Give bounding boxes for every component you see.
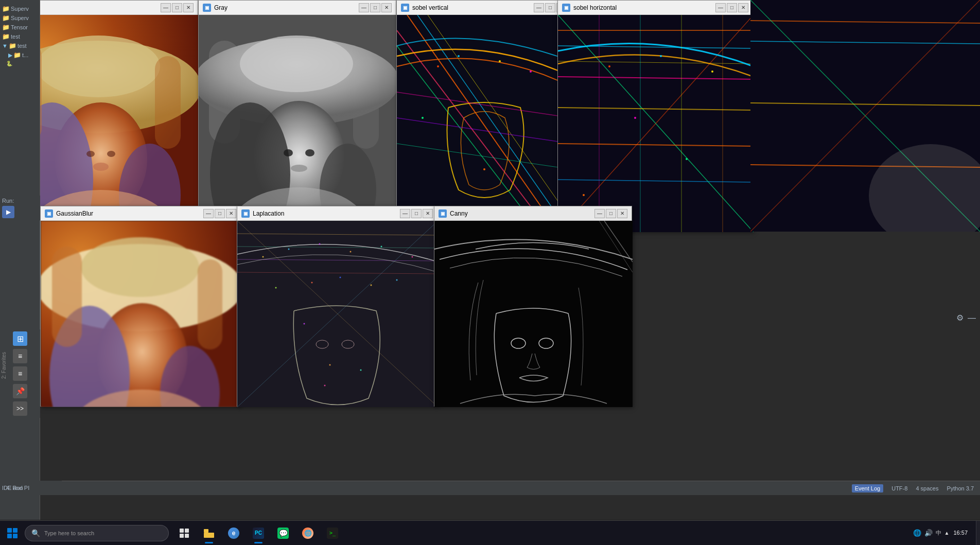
minimize-button-canny[interactable]: — [594, 209, 605, 218]
settings-minus-icon[interactable]: — [968, 313, 976, 323]
pin-btn[interactable]: 📌 [13, 384, 27, 398]
social-button[interactable]: 🌐 [296, 522, 319, 544]
language-icon[interactable]: 中 [936, 529, 941, 537]
taskbar-clock[interactable]: 16:57 [953, 529, 976, 537]
maximize-button-gray[interactable]: □ [370, 3, 380, 12]
titlebar-gray[interactable]: ▣ Gray — □ ✕ [199, 1, 396, 15]
dark-right-area [750, 0, 980, 232]
maximize-button-gaussian[interactable]: □ [215, 209, 225, 218]
close-button-canny[interactable]: ✕ [617, 209, 627, 218]
close-button-laplacation[interactable]: ✕ [423, 209, 433, 218]
network-icon[interactable]: 🌐 [913, 529, 921, 537]
svg-point-38 [483, 168, 485, 170]
svg-rect-67 [198, 259, 222, 349]
window-gaussianblur: ▣ GaussianBlur — □ ✕ [40, 206, 241, 407]
folder-label-1: Superv [11, 6, 29, 12]
svg-point-85 [311, 282, 313, 284]
favorites-btn-3[interactable]: ≡ [13, 366, 27, 381]
settings-area: ⚙ — [956, 313, 976, 323]
close-button-original[interactable]: ✕ [183, 3, 194, 12]
svg-rect-110 [204, 529, 208, 533]
svg-point-89 [304, 323, 305, 325]
window-title-gaussian: GaussianBlur [56, 210, 200, 217]
titlebar-sobel-h[interactable]: ▣ sobel horizontal — □ ✕ [558, 1, 752, 15]
folder-item-sub[interactable]: ▶ 📁 t... [2, 50, 38, 60]
minimize-button-gaussian[interactable]: — [203, 209, 214, 218]
minimize-button-sobel-v[interactable]: — [534, 3, 544, 12]
window-title-sobel-v: sobel vertical [412, 4, 531, 11]
window-controls-gray: — □ ✕ [359, 3, 392, 12]
start-button[interactable] [0, 521, 25, 546]
search-icon: 🔍 [31, 529, 40, 537]
more-btn[interactable]: >> [13, 401, 27, 416]
folder-icon-sub: 📁 [13, 51, 21, 59]
svg-point-80 [319, 243, 321, 245]
folder-item-5[interactable]: ▼ 📁 test [2, 41, 38, 50]
svg-point-88 [396, 279, 398, 281]
taskbar-search-bar[interactable]: 🔍 Type here to search [25, 525, 169, 541]
terminal-button[interactable]: >_ [321, 522, 344, 544]
svg-point-81 [350, 251, 352, 253]
maximize-button-sobel-v[interactable]: □ [545, 3, 555, 12]
folder-icon-5: 📁 [9, 42, 16, 49]
folder-item-2[interactable]: 📁 Superv [2, 13, 38, 23]
favorites-btn-2[interactable]: ≡ [13, 349, 27, 363]
svg-point-37 [422, 117, 424, 119]
close-button-gray[interactable]: ✕ [381, 3, 392, 12]
close-button-gaussian[interactable]: ✕ [226, 209, 236, 218]
titlebar-gaussianblur[interactable]: ▣ GaussianBlur — □ ✕ [41, 206, 240, 221]
svg-point-84 [275, 287, 277, 289]
volume-icon[interactable]: 🔊 [924, 529, 933, 537]
browser-button[interactable]: e [222, 522, 245, 544]
favorites-side-label[interactable]: 2: Favorites [0, 350, 8, 381]
minimize-button-gray[interactable]: — [359, 3, 369, 12]
close-button-sobel-h[interactable]: ✕ [738, 3, 748, 12]
window-icon-gaussian: ▣ [45, 209, 53, 218]
maximize-button-canny[interactable]: □ [606, 209, 616, 218]
encoding-label: UTF-8 [891, 485, 907, 491]
svg-rect-106 [180, 529, 184, 533]
settings-gear-icon[interactable]: ⚙ [956, 313, 964, 323]
window-canny: ▣ Canny — □ ✕ [434, 206, 632, 407]
window-icon-sobel-v: ▣ [401, 4, 409, 12]
file-item-1[interactable]: 🐍 [2, 60, 38, 67]
run-play-button[interactable]: ▶ [2, 206, 14, 218]
window-controls-sobel-h: — □ ✕ [715, 3, 748, 12]
titlebar-canny[interactable]: ▣ Canny — □ ✕ [434, 206, 632, 221]
minimize-button-laplacation[interactable]: — [400, 209, 410, 218]
tray-expand-icon[interactable]: ▲ [944, 530, 950, 536]
image-laplacation [237, 221, 438, 407]
minimize-button-original[interactable]: — [161, 3, 171, 12]
titlebar-laplacation[interactable]: ▣ Laplacation — □ ✕ [237, 206, 437, 221]
window-controls-canny: — □ ✕ [594, 209, 627, 218]
taskview-button[interactable] [173, 522, 196, 544]
minimize-button-sobel-h[interactable]: — [715, 3, 726, 12]
explorer-button[interactable] [198, 522, 220, 544]
window-controls-gaussian: — □ ✕ [203, 209, 236, 218]
favorites-btn-1[interactable]: ⊞ [13, 331, 27, 346]
window-icon-canny: ▣ [439, 209, 447, 218]
chat-button[interactable]: 💬 [272, 522, 294, 544]
svg-point-90 [329, 364, 331, 366]
folder-item-1[interactable]: 📁 Superv [2, 4, 38, 13]
titlebar-sobel-vertical[interactable]: ▣ sobel vertical — □ ✕ [397, 1, 571, 15]
svg-point-22 [305, 149, 314, 156]
svg-point-16 [240, 36, 353, 92]
show-desktop-button[interactable] [976, 521, 980, 546]
svg-point-58 [583, 194, 585, 196]
window-title-laplacation: Laplacation [253, 210, 397, 217]
run-tab[interactable]: 4: Run [0, 481, 29, 495]
svg-point-91 [360, 370, 362, 371]
folder-item-3[interactable]: 📁 Tensor [2, 23, 38, 32]
svg-point-61 [81, 237, 199, 297]
folder-item-4[interactable]: 📁 test [2, 32, 38, 41]
event-log-label[interactable]: Event Log [852, 484, 884, 493]
maximize-button-original[interactable]: □ [172, 3, 182, 12]
maximize-button-sobel-h[interactable]: □ [727, 3, 737, 12]
maximize-button-laplacation[interactable]: □ [411, 209, 422, 218]
pycharm-button[interactable]: PC [247, 522, 270, 544]
image-sobel-h [558, 15, 754, 232]
clock-display: 16:57 [953, 529, 968, 537]
search-placeholder: Type here to search [44, 530, 94, 536]
folder-label-3: Tensor [11, 24, 28, 30]
